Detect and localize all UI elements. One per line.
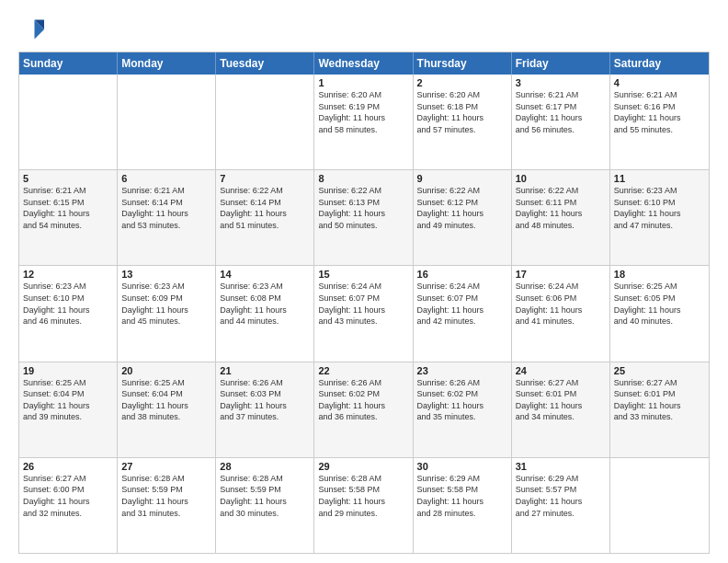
day-number: 4 <box>614 77 705 88</box>
header-day-saturday: Saturday <box>610 52 709 75</box>
day-info: Sunrise: 6:25 AM Sunset: 6:04 PM Dayligh… <box>121 377 211 423</box>
day-info: Sunrise: 6:20 AM Sunset: 6:19 PM Dayligh… <box>318 89 408 135</box>
day-cell-17: 17Sunrise: 6:24 AM Sunset: 6:06 PM Dayli… <box>512 266 610 361</box>
day-info: Sunrise: 6:24 AM Sunset: 6:07 PM Dayligh… <box>417 281 507 327</box>
day-info: Sunrise: 6:21 AM Sunset: 6:17 PM Dayligh… <box>516 89 606 135</box>
header <box>18 17 710 42</box>
day-info: Sunrise: 6:21 AM Sunset: 6:15 PM Dayligh… <box>23 185 113 231</box>
day-number: 22 <box>318 365 408 376</box>
day-info: Sunrise: 6:22 AM Sunset: 6:11 PM Dayligh… <box>516 185 606 231</box>
day-info: Sunrise: 6:24 AM Sunset: 6:07 PM Dayligh… <box>318 281 408 327</box>
header-day-tuesday: Tuesday <box>216 52 314 75</box>
day-info: Sunrise: 6:26 AM Sunset: 6:03 PM Dayligh… <box>220 377 310 423</box>
day-info: Sunrise: 6:28 AM Sunset: 5:59 PM Dayligh… <box>121 473 211 519</box>
day-info: Sunrise: 6:23 AM Sunset: 6:10 PM Dayligh… <box>23 281 113 327</box>
logo-icon <box>18 17 44 42</box>
calendar: SundayMondayTuesdayWednesdayThursdayFrid… <box>18 52 710 554</box>
day-cell-2: 2Sunrise: 6:20 AM Sunset: 6:18 PM Daylig… <box>414 75 512 169</box>
day-number: 14 <box>220 269 310 280</box>
day-cell-15: 15Sunrise: 6:24 AM Sunset: 6:07 PM Dayli… <box>314 266 413 361</box>
day-cell-29: 29Sunrise: 6:28 AM Sunset: 5:58 PM Dayli… <box>314 458 413 553</box>
empty-cell-4-6 <box>610 458 709 553</box>
day-info: Sunrise: 6:25 AM Sunset: 6:04 PM Dayligh… <box>23 377 113 423</box>
day-number: 12 <box>23 269 113 280</box>
day-number: 30 <box>417 461 507 472</box>
day-cell-9: 9Sunrise: 6:22 AM Sunset: 6:12 PM Daylig… <box>414 170 512 265</box>
day-cell-23: 23Sunrise: 6:26 AM Sunset: 6:02 PM Dayli… <box>414 362 512 457</box>
header-day-monday: Monday <box>118 52 216 75</box>
day-number: 24 <box>516 365 606 376</box>
day-info: Sunrise: 6:23 AM Sunset: 6:08 PM Dayligh… <box>220 281 310 327</box>
day-info: Sunrise: 6:20 AM Sunset: 6:18 PM Dayligh… <box>417 89 507 135</box>
day-info: Sunrise: 6:27 AM Sunset: 6:01 PM Dayligh… <box>516 377 606 423</box>
calendar-header: SundayMondayTuesdayWednesdayThursdayFrid… <box>19 52 709 75</box>
day-cell-18: 18Sunrise: 6:25 AM Sunset: 6:05 PM Dayli… <box>610 266 709 361</box>
day-cell-1: 1Sunrise: 6:20 AM Sunset: 6:19 PM Daylig… <box>314 75 413 169</box>
day-cell-19: 19Sunrise: 6:25 AM Sunset: 6:04 PM Dayli… <box>19 362 118 457</box>
header-day-wednesday: Wednesday <box>314 52 413 75</box>
day-info: Sunrise: 6:21 AM Sunset: 6:16 PM Dayligh… <box>614 89 705 135</box>
day-cell-16: 16Sunrise: 6:24 AM Sunset: 6:07 PM Dayli… <box>414 266 512 361</box>
day-cell-31: 31Sunrise: 6:29 AM Sunset: 5:57 PM Dayli… <box>512 458 610 553</box>
day-info: Sunrise: 6:23 AM Sunset: 6:10 PM Dayligh… <box>614 185 705 231</box>
day-number: 25 <box>614 365 705 376</box>
day-number: 29 <box>318 461 408 472</box>
day-cell-21: 21Sunrise: 6:26 AM Sunset: 6:03 PM Dayli… <box>216 362 314 457</box>
day-number: 13 <box>121 269 211 280</box>
day-info: Sunrise: 6:29 AM Sunset: 5:58 PM Dayligh… <box>417 473 507 519</box>
calendar-row-2: 12Sunrise: 6:23 AM Sunset: 6:10 PM Dayli… <box>19 265 709 361</box>
day-number: 1 <box>318 77 408 88</box>
day-cell-26: 26Sunrise: 6:27 AM Sunset: 6:00 PM Dayli… <box>19 458 118 553</box>
day-cell-8: 8Sunrise: 6:22 AM Sunset: 6:13 PM Daylig… <box>314 170 413 265</box>
day-number: 2 <box>417 77 507 88</box>
day-cell-28: 28Sunrise: 6:28 AM Sunset: 5:59 PM Dayli… <box>216 458 314 553</box>
day-info: Sunrise: 6:22 AM Sunset: 6:14 PM Dayligh… <box>220 185 310 231</box>
day-number: 17 <box>516 269 606 280</box>
day-number: 6 <box>121 173 211 184</box>
day-info: Sunrise: 6:29 AM Sunset: 5:57 PM Dayligh… <box>516 473 606 519</box>
day-cell-14: 14Sunrise: 6:23 AM Sunset: 6:08 PM Dayli… <box>216 266 314 361</box>
calendar-body: 1Sunrise: 6:20 AM Sunset: 6:19 PM Daylig… <box>19 75 709 553</box>
day-cell-30: 30Sunrise: 6:29 AM Sunset: 5:58 PM Dayli… <box>414 458 512 553</box>
day-number: 28 <box>220 461 310 472</box>
day-info: Sunrise: 6:22 AM Sunset: 6:13 PM Dayligh… <box>318 185 408 231</box>
header-day-friday: Friday <box>512 52 610 75</box>
day-cell-5: 5Sunrise: 6:21 AM Sunset: 6:15 PM Daylig… <box>19 170 118 265</box>
day-cell-24: 24Sunrise: 6:27 AM Sunset: 6:01 PM Dayli… <box>512 362 610 457</box>
day-cell-4: 4Sunrise: 6:21 AM Sunset: 6:16 PM Daylig… <box>610 75 709 169</box>
day-cell-20: 20Sunrise: 6:25 AM Sunset: 6:04 PM Dayli… <box>118 362 216 457</box>
empty-cell-0-2 <box>216 75 314 169</box>
day-number: 7 <box>220 173 310 184</box>
day-info: Sunrise: 6:27 AM Sunset: 6:00 PM Dayligh… <box>23 473 113 519</box>
calendar-row-4: 26Sunrise: 6:27 AM Sunset: 6:00 PM Dayli… <box>19 457 709 553</box>
day-cell-6: 6Sunrise: 6:21 AM Sunset: 6:14 PM Daylig… <box>118 170 216 265</box>
day-number: 23 <box>417 365 507 376</box>
day-number: 5 <box>23 173 113 184</box>
day-info: Sunrise: 6:25 AM Sunset: 6:05 PM Dayligh… <box>614 281 705 327</box>
day-info: Sunrise: 6:26 AM Sunset: 6:02 PM Dayligh… <box>318 377 408 423</box>
day-info: Sunrise: 6:26 AM Sunset: 6:02 PM Dayligh… <box>417 377 507 423</box>
day-number: 10 <box>516 173 606 184</box>
day-number: 31 <box>516 461 606 472</box>
day-number: 20 <box>121 365 211 376</box>
day-number: 27 <box>121 461 211 472</box>
header-day-thursday: Thursday <box>414 52 512 75</box>
day-cell-27: 27Sunrise: 6:28 AM Sunset: 5:59 PM Dayli… <box>118 458 216 553</box>
empty-cell-0-0 <box>19 75 118 169</box>
day-number: 16 <box>417 269 507 280</box>
day-number: 21 <box>220 365 310 376</box>
day-cell-13: 13Sunrise: 6:23 AM Sunset: 6:09 PM Dayli… <box>118 266 216 361</box>
page: SundayMondayTuesdayWednesdayThursdayFrid… <box>0 0 728 563</box>
day-cell-25: 25Sunrise: 6:27 AM Sunset: 6:01 PM Dayli… <box>610 362 709 457</box>
day-number: 9 <box>417 173 507 184</box>
day-cell-12: 12Sunrise: 6:23 AM Sunset: 6:10 PM Dayli… <box>19 266 118 361</box>
logo <box>18 17 48 42</box>
day-number: 11 <box>614 173 705 184</box>
day-number: 18 <box>614 269 705 280</box>
day-cell-22: 22Sunrise: 6:26 AM Sunset: 6:02 PM Dayli… <box>314 362 413 457</box>
day-number: 15 <box>318 269 408 280</box>
day-number: 8 <box>318 173 408 184</box>
day-info: Sunrise: 6:24 AM Sunset: 6:06 PM Dayligh… <box>516 281 606 327</box>
day-cell-3: 3Sunrise: 6:21 AM Sunset: 6:17 PM Daylig… <box>512 75 610 169</box>
empty-cell-0-1 <box>118 75 216 169</box>
